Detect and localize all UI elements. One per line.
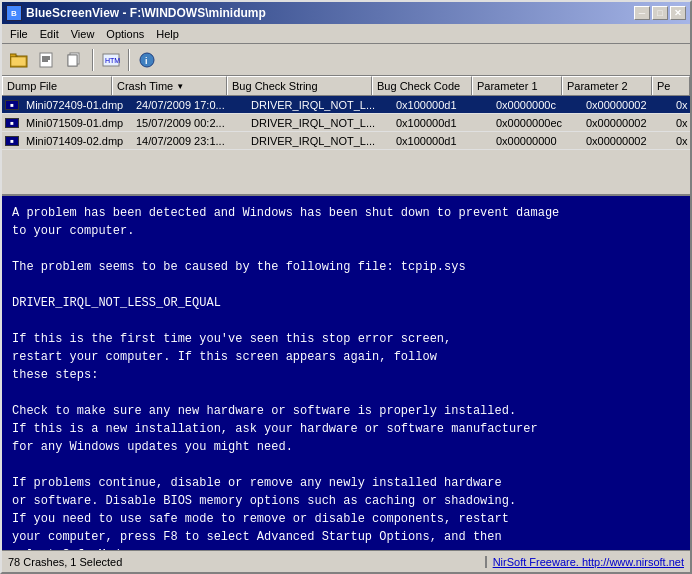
toolbar: HTML i bbox=[2, 44, 690, 76]
table-header: Dump File Crash Time ▼ Bug Check String … bbox=[2, 76, 690, 96]
cell-crash-time: 15/07/2009 00:2... bbox=[132, 116, 247, 130]
html-report-button[interactable]: HTML bbox=[98, 47, 124, 73]
table-row[interactable]: ■ Mini071509-01.dmp 15/07/2009 00:2... D… bbox=[2, 114, 690, 132]
col-header-bugcode[interactable]: Bug Check Code bbox=[372, 76, 472, 95]
app-icon: B bbox=[6, 5, 22, 21]
cell-bugstr: DRIVER_IRQL_NOT_L... bbox=[247, 116, 392, 130]
cell-dump: Mini072409-01.dmp bbox=[22, 98, 132, 112]
window-title: BlueScreenView - F:\WINDOWS\minidump bbox=[26, 6, 634, 20]
cell-param2: 0x00000002 bbox=[582, 134, 672, 148]
properties-button[interactable] bbox=[34, 47, 60, 73]
toolbar-separator-2 bbox=[128, 49, 130, 71]
col-header-pe[interactable]: Pe bbox=[652, 76, 690, 95]
row-icon: ■ bbox=[4, 97, 20, 113]
menu-bar: File Edit View Options Help bbox=[2, 24, 690, 44]
bsod-mini-icon: ■ bbox=[5, 118, 19, 128]
menu-edit[interactable]: Edit bbox=[34, 26, 65, 42]
main-window: B BlueScreenView - F:\WINDOWS\minidump ─… bbox=[0, 0, 692, 574]
cell-param2: 0x00000002 bbox=[582, 98, 672, 112]
table-row[interactable]: ■ Mini072409-01.dmp 24/07/2009 17:0... D… bbox=[2, 96, 690, 114]
col-header-param1[interactable]: Parameter 1 bbox=[472, 76, 562, 95]
cell-pe: 0x bbox=[672, 98, 690, 112]
cell-param1: 0x0000000c bbox=[492, 98, 582, 112]
menu-view[interactable]: View bbox=[65, 26, 101, 42]
cell-pe: 0x bbox=[672, 134, 690, 148]
status-bar: 78 Crashes, 1 Selected NirSoft Freeware.… bbox=[2, 550, 690, 572]
svg-rect-2 bbox=[10, 54, 16, 57]
cell-pe: 0x bbox=[672, 116, 690, 130]
col-header-dump[interactable]: Dump File bbox=[2, 76, 112, 95]
bsod-text: A problem has been detected and Windows … bbox=[12, 204, 680, 550]
toolbar-separator-1 bbox=[92, 49, 94, 71]
col-header-bugstr[interactable]: Bug Check String bbox=[227, 76, 372, 95]
table-row[interactable]: ■ Mini071409-02.dmp 14/07/2009 23:1... D… bbox=[2, 132, 690, 150]
cell-bugcode: 0x100000d1 bbox=[392, 98, 492, 112]
menu-options[interactable]: Options bbox=[100, 26, 150, 42]
minimize-button[interactable]: ─ bbox=[634, 6, 650, 20]
col-header-crash[interactable]: Crash Time ▼ bbox=[112, 76, 227, 95]
cell-param1: 0x00000000 bbox=[492, 134, 582, 148]
svg-rect-4 bbox=[40, 53, 52, 67]
cell-bugcode: 0x100000d1 bbox=[392, 134, 492, 148]
col-header-param2[interactable]: Parameter 2 bbox=[562, 76, 652, 95]
copy-button[interactable] bbox=[62, 47, 88, 73]
crash-table: Dump File Crash Time ▼ Bug Check String … bbox=[2, 76, 690, 196]
cell-crash-time: 14/07/2009 23:1... bbox=[132, 134, 247, 148]
bsod-detail-panel[interactable]: A problem has been detected and Windows … bbox=[2, 196, 690, 550]
menu-help[interactable]: Help bbox=[150, 26, 185, 42]
svg-rect-10 bbox=[68, 55, 77, 66]
cell-crash-time: 24/07/2009 17:0... bbox=[132, 98, 247, 112]
table-body[interactable]: ■ Mini072409-01.dmp 24/07/2009 17:0... D… bbox=[2, 96, 690, 194]
cell-bugcode: 0x100000d1 bbox=[392, 116, 492, 130]
row-icon: ■ bbox=[4, 115, 20, 131]
svg-text:i: i bbox=[145, 56, 148, 66]
status-crash-count: 78 Crashes, 1 Selected bbox=[2, 556, 487, 568]
window-controls: ─ □ ✕ bbox=[634, 6, 686, 20]
status-nirsoft-link[interactable]: NirSoft Freeware. http://www.nirsoft.net bbox=[487, 556, 690, 568]
svg-text:HTML: HTML bbox=[105, 57, 120, 64]
bsod-mini-icon: ■ bbox=[5, 100, 19, 110]
cell-param2: 0x00000002 bbox=[582, 116, 672, 130]
open-folder-button[interactable] bbox=[6, 47, 32, 73]
cell-dump: Mini071409-02.dmp bbox=[22, 134, 132, 148]
cell-param1: 0x0000000ec bbox=[492, 116, 582, 130]
bsod-mini-icon: ■ bbox=[5, 136, 19, 146]
title-bar: B BlueScreenView - F:\WINDOWS\minidump ─… bbox=[2, 2, 690, 24]
about-button[interactable]: i bbox=[134, 47, 160, 73]
cell-bugstr: DRIVER_IRQL_NOT_L... bbox=[247, 134, 392, 148]
svg-rect-3 bbox=[11, 57, 26, 66]
cell-bugstr: DRIVER_IRQL_NOT_L... bbox=[247, 98, 392, 112]
maximize-button[interactable]: □ bbox=[652, 6, 668, 20]
menu-file[interactable]: File bbox=[4, 26, 34, 42]
main-content: Dump File Crash Time ▼ Bug Check String … bbox=[2, 76, 690, 550]
sort-arrow-icon: ▼ bbox=[176, 82, 184, 91]
close-button[interactable]: ✕ bbox=[670, 6, 686, 20]
row-icon: ■ bbox=[4, 133, 20, 149]
cell-dump: Mini071509-01.dmp bbox=[22, 116, 132, 130]
